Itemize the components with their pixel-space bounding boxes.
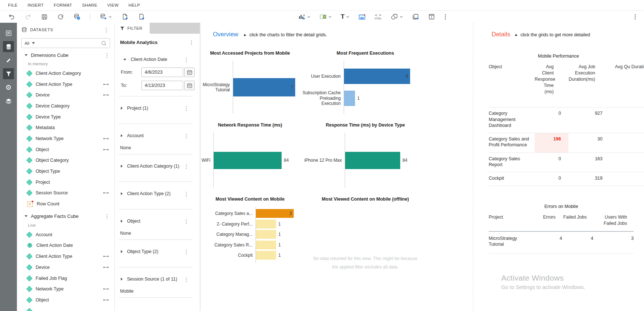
- datasets-filter-selector[interactable]: All: [25, 41, 29, 45]
- menu-format[interactable]: FORMAT: [54, 3, 72, 7]
- bar-row[interactable]: 3: [256, 208, 300, 219]
- rail-filter[interactable]: [3, 68, 14, 79]
- filter-section-kebab-icon[interactable]: ⋮: [182, 249, 190, 255]
- rail-edit[interactable]: [3, 55, 14, 66]
- chart-response-time-ms-by-device-type[interactable]: Response Time (ms) by Device TypeiPhone …: [301, 118, 429, 190]
- filter-section-kebab-icon[interactable]: ⋮: [182, 106, 190, 111]
- rail-settings[interactable]: ⚙: [3, 82, 14, 93]
- refresh-button[interactable]: [57, 14, 64, 20]
- insert-chapter-button[interactable]: [122, 13, 129, 20]
- bar-row[interactable]: 84: [345, 138, 429, 182]
- insert-panel-stack-button[interactable]: [412, 13, 419, 20]
- insert-shape-button[interactable]: [391, 13, 403, 20]
- dataset-kebab-icon[interactable]: ⋮: [103, 213, 111, 219]
- list-item[interactable]: Network Type: [17, 283, 115, 294]
- filter-kebab-icon[interactable]: ⋮: [188, 40, 195, 45]
- more-options-button[interactable]: [632, 14, 638, 20]
- rail-datasets[interactable]: [3, 41, 14, 52]
- filter-section-kebab-icon[interactable]: ⋮: [182, 133, 190, 139]
- list-item[interactable]: Client Action Type: [17, 251, 115, 262]
- insert-selector-button[interactable]: [319, 13, 332, 20]
- bar[interactable]: [344, 91, 355, 106]
- menu-help[interactable]: HELP: [129, 3, 140, 7]
- list-item[interactable]: fxRow Count: [17, 198, 115, 209]
- filter-section-kebab-icon[interactable]: ⋮: [182, 57, 190, 62]
- page-title[interactable]: Overview: [213, 31, 238, 38]
- list-item[interactable]: Network Type: [17, 133, 115, 144]
- chart-most-frequent-executions[interactable]: Most Frequent ExecutionsUser ExecutionSu…: [301, 46, 429, 116]
- list-item[interactable]: Device: [17, 262, 115, 273]
- insert-text-button[interactable]: T: [341, 14, 350, 20]
- list-item[interactable]: Object: [17, 144, 115, 155]
- bar[interactable]: 7: [233, 78, 295, 96]
- list-item[interactable]: Device: [17, 89, 115, 100]
- dataset-group-dimensions-cube[interactable]: Dimensions Cube⋮: [17, 50, 115, 60]
- list-item[interactable]: Failed Job Flag: [17, 273, 115, 284]
- filter-section-header[interactable]: Object Type (2)⋮: [115, 247, 200, 256]
- bar[interactable]: [256, 241, 276, 249]
- redo-button[interactable]: [25, 13, 32, 20]
- filter-section-kebab-icon[interactable]: ⋮: [182, 164, 190, 169]
- filter-section-header[interactable]: Client Action Type (2)⋮: [115, 189, 200, 198]
- bar[interactable]: [214, 152, 282, 169]
- insert-image-button[interactable]: [358, 14, 366, 20]
- dataset-status-button[interactable]: [73, 13, 80, 20]
- list-item[interactable]: Project: [17, 177, 115, 188]
- bar-row[interactable]: 7: [233, 65, 300, 109]
- filter-section-header[interactable]: Object⋮: [115, 217, 200, 226]
- bar-row[interactable]: 1: [256, 229, 300, 240]
- filter-section-header[interactable]: Client Action Date⋮: [115, 55, 200, 64]
- list-item[interactable]: [17, 305, 115, 311]
- bar-row[interactable]: 6: [344, 65, 429, 87]
- chart-most-accessed-projects-from-mobile[interactable]: Most Accessed Projects from MobileMicroS…: [200, 46, 300, 116]
- dataset-group-aggregate-facts-cube[interactable]: Aggregate Facts Cube⋮: [17, 212, 115, 221]
- list-item[interactable]: Account: [17, 229, 115, 240]
- add-data-button[interactable]: [100, 13, 112, 20]
- datasets-kebab-icon[interactable]: ⋮: [102, 27, 110, 33]
- calendar-button[interactable]: [184, 81, 195, 90]
- undo-button[interactable]: [8, 13, 15, 20]
- bar-row[interactable]: 1: [256, 250, 300, 261]
- filter-section-kebab-icon[interactable]: ⋮: [182, 191, 190, 197]
- list-item[interactable]: Session Source: [17, 188, 115, 199]
- filter-section-kebab-icon[interactable]: ⋮: [182, 277, 190, 282]
- filter-section-kebab-icon[interactable]: ⋮: [182, 219, 190, 224]
- menu-view[interactable]: VIEW: [107, 3, 119, 7]
- list-item[interactable]: Device Category: [17, 100, 115, 111]
- rail-table-of-contents[interactable]: [3, 28, 14, 39]
- bar[interactable]: [256, 220, 276, 228]
- bar[interactable]: [256, 230, 276, 239]
- chart-most-viewed-content-on-mobile[interactable]: Most Viewed Content on MobileCategory Sa…: [200, 192, 300, 266]
- filter-section-header[interactable]: Client Action Category (1)⋮: [115, 162, 200, 171]
- insert-visualization-button[interactable]: [298, 13, 311, 20]
- errors-on-mobile-grid[interactable]: Errors on MobileProjectErrorsFailed Jobs…: [489, 204, 643, 253]
- bar-row[interactable]: 84: [214, 138, 300, 182]
- filter-section-header[interactable]: Project (1)⋮: [115, 104, 200, 113]
- filter-section-header[interactable]: Account⋮: [115, 131, 200, 140]
- date-to-field[interactable]: [141, 81, 183, 90]
- bar-row[interactable]: 1: [256, 219, 300, 230]
- date-from-field[interactable]: [141, 67, 183, 77]
- bar-row[interactable]: 1: [256, 240, 300, 250]
- list-item[interactable]: Device Type: [17, 111, 115, 122]
- insert-information-panel-button[interactable]: [428, 13, 435, 20]
- menu-share[interactable]: SHARE: [82, 3, 97, 7]
- calendar-button[interactable]: [184, 67, 195, 77]
- save-button[interactable]: [41, 14, 48, 20]
- bar[interactable]: 3: [256, 209, 294, 218]
- list-item[interactable]: Client Action Date: [17, 240, 115, 251]
- tab-filter[interactable]: FILTER: [115, 23, 150, 34]
- datasets-search-input[interactable]: All: [21, 38, 110, 48]
- insert-page-button[interactable]: [138, 13, 145, 20]
- menu-file[interactable]: FILE: [8, 3, 18, 7]
- list-item[interactable]: Object: [17, 294, 115, 305]
- bar-row[interactable]: 1: [344, 87, 429, 109]
- dataset-kebab-icon[interactable]: ⋮: [103, 52, 111, 58]
- list-item[interactable]: Object Type: [17, 166, 115, 177]
- bar[interactable]: 6: [344, 69, 410, 84]
- bar[interactable]: [345, 152, 400, 169]
- insert-html-button[interactable]: < >HTML: [375, 14, 382, 20]
- list-item[interactable]: Metadata: [17, 122, 115, 133]
- list-item[interactable]: Object Category: [17, 155, 115, 166]
- mobile-performance-grid[interactable]: Mobile PerformanceObjectAvg Client Respo…: [489, 54, 644, 186]
